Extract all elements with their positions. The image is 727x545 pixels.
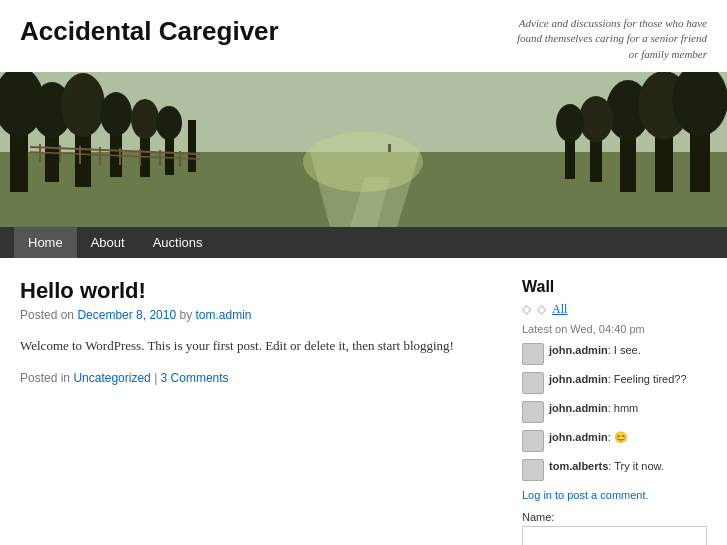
wall-latest: Latest on Wed, 04:40 pm [522, 323, 707, 335]
wall-comment-2: john.admin: Feeling tired?? [522, 372, 707, 394]
site-header: Accidental Caregiver Advice and discussi… [0, 0, 727, 72]
wall-comment-4: john.admin: 😊 [522, 430, 707, 452]
avatar-4 [522, 430, 544, 452]
avatar-2 [522, 372, 544, 394]
wall-comment-1: john.admin: I see. [522, 343, 707, 365]
sidebar: Wall ◇ ◇ All Latest on Wed, 04:40 pm joh… [522, 278, 707, 545]
avatar-3 [522, 401, 544, 423]
post-title: Hello world! [20, 278, 492, 304]
svg-point-13 [131, 99, 159, 139]
svg-point-15 [156, 106, 182, 140]
wall-login-link[interactable]: Log in to post a comment. [522, 489, 649, 501]
nav-item-auctions[interactable]: Auctions [139, 227, 217, 258]
nav-list: Home About Auctions [0, 227, 727, 258]
svg-rect-16 [188, 120, 196, 172]
wall-comment-text-4: john.admin: 😊 [549, 430, 628, 445]
post-author-prefix: by [179, 308, 195, 322]
wall-login: Log in to post a comment. [522, 489, 707, 501]
svg-point-24 [579, 96, 613, 142]
post-content: Hello world! Posted on December 8, 2010 … [20, 278, 492, 545]
wall-user-1: john.admin [549, 344, 608, 356]
post-date-link[interactable]: December 8, 2010 [77, 308, 176, 322]
post-body: Welcome to WordPress. This is your first… [20, 336, 492, 357]
main-content: Hello world! Posted on December 8, 2010 … [0, 258, 727, 545]
hero-image [0, 72, 727, 227]
avatar-1 [522, 343, 544, 365]
site-tagline: Advice and discussions for those who hav… [507, 16, 707, 62]
wall-comment-text-1: john.admin: I see. [549, 343, 641, 358]
wall-user-5: tom.alberts [549, 460, 608, 472]
nav-link-home[interactable]: Home [14, 227, 77, 258]
post-author-link[interactable]: tom.admin [195, 308, 251, 322]
wall-comment-3: john.admin: hmm [522, 401, 707, 423]
wall-name-input[interactable] [522, 526, 707, 545]
wall-tabs: ◇ ◇ All [522, 302, 707, 317]
post-comments-link[interactable]: 3 Comments [161, 371, 229, 385]
wall-user-2: john.admin [549, 373, 608, 385]
svg-point-37 [303, 132, 423, 192]
svg-rect-38 [388, 144, 391, 152]
wall-comment-text-5: tom.alberts: Try it now. [549, 459, 664, 474]
wall-user-3: john.admin [549, 402, 608, 414]
svg-point-26 [556, 104, 584, 142]
wall-comment-text-2: john.admin: Feeling tired?? [549, 372, 687, 387]
avatar-5 [522, 459, 544, 481]
nav-item-home[interactable]: Home [14, 227, 77, 258]
wall-comment-5: tom.alberts: Try it now. [522, 459, 707, 481]
nav-item-about[interactable]: About [77, 227, 139, 258]
post-category-link[interactable]: Uncategorized [73, 371, 150, 385]
post-footer-prefix: Posted in [20, 371, 70, 385]
svg-point-11 [100, 92, 132, 136]
wall-tab-next[interactable]: ◇ [537, 302, 546, 317]
wall-tab-all[interactable]: All [552, 302, 567, 317]
nav-link-about[interactable]: About [77, 227, 139, 258]
post-meta-prefix: Posted on [20, 308, 74, 322]
wall-name-label: Name: [522, 511, 707, 523]
post-meta: Posted on December 8, 2010 by tom.admin [20, 308, 492, 322]
wall-user-4: john.admin [549, 431, 608, 443]
navigation: Home About Auctions [0, 227, 727, 258]
post-footer: Posted in Uncategorized | 3 Comments [20, 371, 492, 385]
nav-link-auctions[interactable]: Auctions [139, 227, 217, 258]
site-title: Accidental Caregiver [20, 16, 279, 47]
wall-comment-text-3: john.admin: hmm [549, 401, 638, 416]
svg-point-9 [61, 73, 105, 137]
wall-tab-prev[interactable]: ◇ [522, 302, 531, 317]
wall-title: Wall [522, 278, 707, 296]
